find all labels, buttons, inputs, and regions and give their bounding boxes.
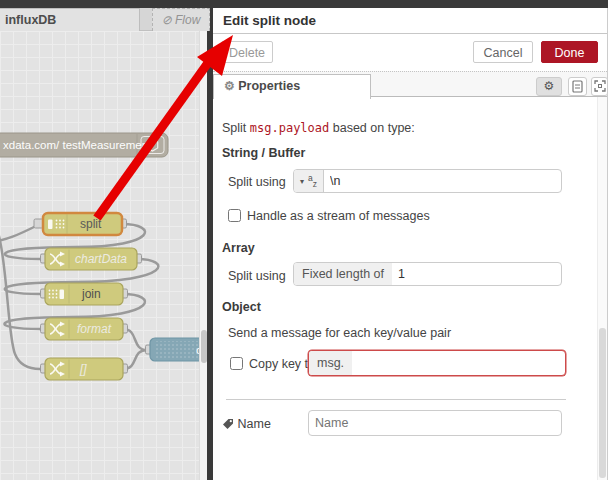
object-description: Send a message for each key/value pair <box>228 326 451 340</box>
done-button[interactable]: Done <box>541 41 598 63</box>
copy-key-label: Copy key to <box>249 357 315 371</box>
tray-scrollbar-thumb[interactable] <box>599 328 606 478</box>
circle-slash-icon: ⊘ <box>162 13 172 27</box>
chart-node-icon <box>154 341 198 358</box>
tray-title: Edit split node <box>213 8 607 34</box>
split-char-input[interactable] <box>324 170 561 192</box>
array-split-using-label: Split using <box>228 269 286 283</box>
fixed-length-prefix: Fixed length of <box>294 263 392 285</box>
node-label: split <box>80 217 102 231</box>
node-label: [] <box>79 362 87 376</box>
msg-prefix: msg. <box>309 351 352 375</box>
msg-payload-code: msg.payload <box>250 121 329 135</box>
tab-properties[interactable]: ⚙ Properties <box>213 74 371 99</box>
canvas-scrollbar-thumb[interactable] <box>201 330 207 363</box>
string-type-icon: az <box>308 174 317 188</box>
delete-button[interactable]: Delete <box>221 41 273 63</box>
node-label: xdata.com/ testMeasurement <box>3 139 152 151</box>
tray-scrollbar[interactable] <box>597 97 607 480</box>
tab-properties-label: Properties <box>238 79 300 93</box>
workspace-tab-influxdb[interactable]: influxDB <box>0 8 140 31</box>
split-char-field: ▾ az <box>293 169 562 193</box>
tray-edge-divider <box>206 0 213 480</box>
copy-key-checkbox[interactable] <box>230 357 243 370</box>
stream-checkbox-label: Handle as a stream of messages <box>247 209 430 223</box>
node-join[interactable]: join <box>41 283 128 305</box>
wire <box>0 212 40 369</box>
fixed-length-input[interactable] <box>392 263 561 285</box>
canvas-scrollbar[interactable] <box>199 31 207 480</box>
section-heading-array: Array <box>222 241 255 255</box>
workspace-tab-flow[interactable]: ⊘ Flow <box>152 8 210 31</box>
wire <box>0 226 36 243</box>
node-settings-button[interactable]: ⚙ <box>536 77 562 96</box>
intro-text: Split msg.payload based on type: <box>222 121 415 135</box>
copy-key-input[interactable] <box>352 351 565 375</box>
form-divider <box>226 399 566 400</box>
intro-prefix: Split <box>222 121 250 135</box>
expand-icon <box>594 80 606 92</box>
tag-icon <box>222 418 234 430</box>
split-using-label: Split using <box>228 175 286 189</box>
node-influxdb[interactable]: xdata.com/ testMeasurement <box>0 133 168 157</box>
node-red-editor: xdata.com/ testMeasurement split <box>0 0 608 480</box>
split-type-select[interactable]: ▾ az <box>294 170 324 192</box>
workspace-tab-bar: influxDB ⊘ Flow <box>0 8 206 31</box>
node-format[interactable]: format <box>41 318 128 340</box>
name-label: Name <box>237 417 270 431</box>
node-chart[interactable]: c <box>146 338 201 361</box>
copy-key-field: msg. <box>308 350 566 376</box>
flow-canvas-svg: xdata.com/ testMeasurement split <box>0 0 200 480</box>
node-label: chartData <box>75 252 127 266</box>
stream-checkbox[interactable] <box>228 209 241 222</box>
node-appearance-button[interactable] <box>591 77 608 96</box>
section-heading-object: Object <box>222 300 261 314</box>
node-label: format <box>77 322 112 336</box>
cancel-button[interactable]: Cancel <box>473 41 533 63</box>
node-brackets[interactable]: [] <box>41 358 128 380</box>
gear-icon: ⚙ <box>224 79 235 93</box>
name-input[interactable] <box>309 411 561 435</box>
gear-icon: ⚙ <box>544 79 555 93</box>
fixed-length-field: Fixed length of <box>293 262 562 286</box>
node-description-button[interactable] <box>568 77 587 96</box>
tray-tab-bar: ⚙ Properties ⚙ <box>213 71 607 97</box>
node-port[interactable] <box>34 219 43 228</box>
section-heading-string-buffer: String / Buffer <box>222 146 305 160</box>
node-chartdata[interactable]: chartData <box>41 248 142 270</box>
workspace-tab-label: influxDB <box>5 13 56 27</box>
node-split[interactable]: split <box>34 213 127 235</box>
workspace-tab-label: Flow <box>175 13 200 27</box>
intro-suffix: based on type: <box>329 121 414 135</box>
name-label-row: Name <box>222 417 271 431</box>
tray-form: Split msg.payload based on type: String … <box>213 97 607 480</box>
edit-tray: Edit split node Delete Cancel Done ⚙ Pro… <box>213 8 608 480</box>
node-label: join <box>81 287 101 301</box>
document-icon <box>572 80 583 93</box>
caret-down-icon: ▾ <box>300 177 304 186</box>
name-field <box>308 410 562 436</box>
